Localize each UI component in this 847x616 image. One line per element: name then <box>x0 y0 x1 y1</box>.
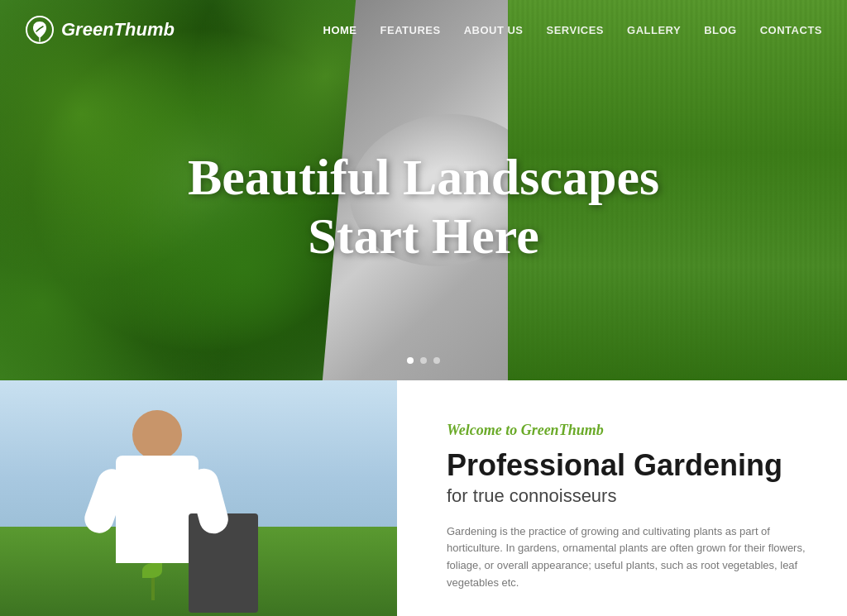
nav-item-contacts[interactable]: CONTACTS <box>760 22 822 37</box>
logo-icon <box>25 15 55 45</box>
navbar: GreenThumb HOME FEATURES ABOUT US SERVIC… <box>0 0 847 60</box>
about-image <box>0 380 397 616</box>
nav-item-blog[interactable]: BLOG <box>704 22 737 37</box>
about-subtitle: for true connoisseurs <box>447 485 806 507</box>
nav-link-gallery[interactable]: GALLERY <box>627 24 681 36</box>
about-title: Professional Gardening <box>447 449 806 482</box>
nav-link-blog[interactable]: BLOG <box>704 24 737 36</box>
gardener-figure <box>50 410 281 616</box>
hero-title-line2: Start Here <box>308 208 538 264</box>
hero-content: Beautiful Landscapes Start Here <box>127 148 720 266</box>
nav-link-features[interactable]: FEATURES <box>380 24 441 36</box>
hero-section: GreenThumb HOME FEATURES ABOUT US SERVIC… <box>0 0 847 380</box>
about-text-content: Welcome to GreenThumb Professional Garde… <box>397 380 847 616</box>
nav-menu: HOME FEATURES ABOUT US SERVICES GALLERY … <box>323 22 822 37</box>
nav-link-services[interactable]: SERVICES <box>547 24 605 36</box>
logo-link[interactable]: GreenThumb <box>25 15 175 45</box>
logo-text: GreenThumb <box>61 19 175 41</box>
about-description: Gardening is the practice of growing and… <box>447 523 806 592</box>
hero-title-line1: Beautiful Landscapes <box>188 149 659 205</box>
about-section: Welcome to GreenThumb Professional Garde… <box>0 380 847 616</box>
slider-dot-3[interactable] <box>433 357 440 364</box>
slider-dot-1[interactable] <box>407 357 414 364</box>
nav-link-contacts[interactable]: CONTACTS <box>760 24 822 36</box>
nav-link-about[interactable]: ABOUT US <box>464 24 524 36</box>
nav-item-home[interactable]: HOME <box>323 22 357 37</box>
nav-item-about[interactable]: ABOUT US <box>464 22 524 37</box>
nav-item-gallery[interactable]: GALLERY <box>627 22 681 37</box>
slider-dots <box>407 357 440 364</box>
nav-item-features[interactable]: FEATURES <box>380 22 441 37</box>
hero-title: Beautiful Landscapes Start Here <box>127 148 720 266</box>
small-plant <box>141 559 165 600</box>
person-body <box>116 456 199 563</box>
slider-dot-2[interactable] <box>420 357 427 364</box>
nav-item-services[interactable]: SERVICES <box>547 22 605 37</box>
person-head <box>132 410 182 460</box>
nav-link-home[interactable]: HOME <box>323 24 357 36</box>
plant-stem <box>151 575 155 600</box>
plant-leaf <box>142 563 162 578</box>
about-welcome: Welcome to GreenThumb <box>447 422 806 439</box>
